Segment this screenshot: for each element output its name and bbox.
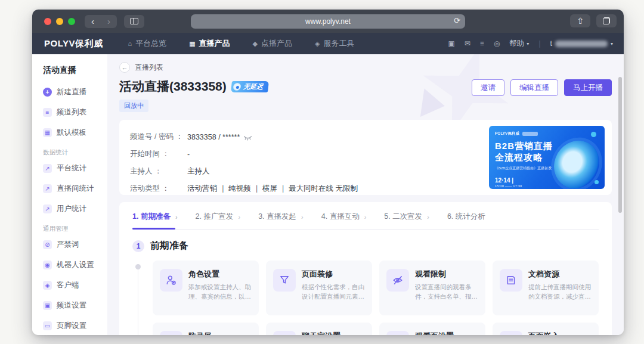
step-tab-preparation[interactable]: 1. 前期准备 ›	[132, 212, 178, 222]
card-title: 防录屏	[188, 331, 212, 335]
chart-icon: ↗	[43, 184, 52, 193]
sidebar-item-client[interactable]: ◈ 客户端	[43, 275, 107, 295]
nav-label: 直播产品	[199, 38, 230, 49]
sidebar-item-robot-settings[interactable]: ◉ 机器人设置	[43, 255, 107, 275]
nav-label: 平台总览	[135, 38, 166, 49]
card-page-decoration[interactable]: 页面装修 根据个性化需求，自由设计配置直播间元素，支持自…	[266, 261, 372, 315]
step-tab-analytics[interactable]: 6. 统计分析	[447, 212, 485, 222]
chart-icon: ↗	[43, 164, 52, 173]
user-name-redacted	[555, 41, 608, 47]
card-title: 观看限制	[415, 269, 478, 280]
step-tab-repromotion[interactable]: 5. 二次宣发 ›	[384, 212, 429, 222]
chevron-right-icon: ›	[364, 213, 367, 221]
nav-label: 点播产品	[261, 38, 292, 49]
step-tab-launch[interactable]: 3. 直播发起 ›	[258, 212, 304, 222]
nav-divider: |	[538, 39, 540, 48]
password-visibility-toggle[interactable]	[243, 135, 252, 141]
scrollbar-thumb[interactable]	[618, 77, 622, 213]
minimize-window-button[interactable]	[56, 18, 63, 25]
channel-info-panel: 频道号 / 密码 ： 3833358 / ****** 开始时间 ： -	[119, 120, 612, 195]
step-tab-promotion[interactable]: 2. 推广宣发 ›	[196, 212, 241, 222]
info-label-channel: 频道号 / 密码 ：	[130, 132, 187, 142]
list-icon: ≡	[43, 108, 52, 117]
service-icon[interactable]: ◎	[494, 39, 500, 48]
browser-sidebar-button[interactable]	[124, 15, 144, 28]
cloud-icon: ◆	[253, 40, 258, 48]
polyv-logo[interactable]: POLYV保利威	[44, 38, 103, 49]
card-role-settings[interactable]: 角色设置 添加或设置主持人、助理、嘉宾的信息，以及新增助…	[153, 261, 259, 315]
card-document-resources[interactable]: 文档资源 提前上传直播期间使用的文档资源，减少直播中的失…	[493, 261, 599, 315]
main-content: ← 直播列表 活动直播(3833358) 无延迟 邀请 编辑直播 马上开播 回放…	[107, 54, 624, 335]
sidebar-item-new-live[interactable]: + 新建直播	[43, 82, 107, 102]
orders-icon[interactable]: ≡	[480, 39, 484, 48]
back-button[interactable]: ←	[119, 62, 130, 73]
client-icon: ◈	[43, 281, 52, 290]
sidebar-item-channel-list[interactable]: ≡ 频道列表	[43, 102, 107, 122]
step-label: 3. 直播发起	[258, 212, 296, 222]
step-tab-interaction[interactable]: 4. 直播互动 ›	[321, 212, 367, 222]
nav-vod-products[interactable]: ◆ 点播产品	[253, 38, 292, 49]
inbox-icon[interactable]: ▣	[448, 39, 454, 48]
step-label: 2. 推广宣发	[196, 212, 234, 222]
card-anti-screen-record[interactable]: ▭ 防录屏	[153, 323, 259, 335]
close-window-button[interactable]	[44, 18, 51, 25]
paint-funnel-icon	[273, 269, 296, 292]
footer-icon: ▭	[43, 321, 52, 330]
card-chatroom-settings[interactable]: ▭ 聊天室设置	[266, 323, 372, 335]
card-description: 设置直播间的观看条件，支持白名单、报名观看、验…	[415, 283, 478, 302]
invite-button[interactable]: 邀请	[472, 79, 504, 96]
browser-back-button[interactable]: ‹	[85, 15, 101, 28]
sidebar-item-label: 直播间统计	[57, 184, 94, 194]
breadcrumb[interactable]: 直播列表	[135, 63, 163, 73]
sidebar-item-user-stats[interactable]: ↗ 用户统计	[43, 199, 107, 219]
activity-type-value: 活动营销 ｜ 纯视频 ｜ 横屏 ｜ 最大同时在线 无限制	[187, 184, 358, 194]
timeline-dot	[135, 264, 141, 269]
sidebar-item-platform-stats[interactable]: ↗ 平台统计	[43, 158, 107, 178]
person-gear-icon	[160, 269, 182, 292]
start-live-button[interactable]: 马上开播	[564, 79, 612, 96]
browser-forward-button[interactable]: ›	[101, 15, 117, 28]
nav-platform-overview[interactable]: ⌂ 平台总览	[128, 38, 166, 49]
nav-live-products[interactable]: ▦ 直播产品	[189, 38, 230, 49]
card-description: 添加或设置主持人、助理、嘉宾的信息，以及新增助…	[188, 283, 252, 302]
sidebar-item-banned-words[interactable]: ⊘ 严禁词	[43, 234, 107, 255]
sidebar-item-room-stats[interactable]: ↗ 直播间统计	[43, 178, 107, 199]
chevron-right-icon: ›	[301, 213, 304, 221]
card-page-embed[interactable]: ▭ 页面嵌入	[493, 323, 599, 335]
step-label: 1. 前期准备	[132, 212, 171, 222]
sidebar-item-label: 客户端	[57, 280, 79, 290]
user-account-menu[interactable]: t ▾	[550, 39, 614, 48]
sidebar-item-footer-settings[interactable]: ▭ 页脚设置	[43, 315, 107, 335]
channel-id-password-value: 3833358 / ******	[187, 133, 240, 141]
share-button[interactable]: ⇧	[570, 14, 590, 27]
chevron-down-icon: ▾	[527, 41, 529, 47]
nav-service-tools[interactable]: ◈ 服务工具	[315, 38, 354, 49]
user-name-prefix: t	[550, 39, 552, 48]
tabs-icon	[603, 17, 610, 24]
card-title: 文档资源	[528, 269, 592, 280]
promo-banner[interactable]: POLYV保利威 B2B营销直播 全流程攻略 《B2B企业直播营销指南》直播首发…	[489, 126, 605, 189]
card-watch-page-settings[interactable]: ▭ 观看页设置	[379, 323, 485, 335]
address-bar[interactable]: www.polyv.net ⟳	[191, 14, 465, 29]
document-icon	[500, 269, 522, 292]
page-title: 活动直播(3833358)	[119, 78, 227, 95]
card-description: 提前上传直播期间使用的文档资源，减少直播中的失…	[528, 283, 592, 302]
sidebar-item-label: 用户统计	[57, 204, 86, 214]
sidebar-item-label: 频道设置	[57, 300, 86, 311]
card-viewing-restrictions[interactable]: 观看限制 设置直播间的观看条件，支持白名单、报名观看、验…	[379, 261, 485, 315]
edit-live-button[interactable]: 编辑直播	[510, 79, 558, 96]
refresh-icon[interactable]: ⟳	[454, 16, 460, 25]
url-text: www.polyv.net	[305, 17, 351, 26]
section-title: 前期准备	[150, 240, 188, 252]
zoom-window-button[interactable]	[68, 18, 75, 25]
chevron-right-icon: ›	[427, 213, 429, 221]
sidebar-item-default-template[interactable]: ▦ 默认模板	[43, 122, 107, 142]
rocket-icon	[233, 82, 241, 90]
sidebar-item-label: 严禁词	[57, 240, 79, 250]
help-menu[interactable]: 帮助 ▾	[509, 39, 529, 49]
tabs-overview-button[interactable]	[596, 14, 617, 27]
info-label-host: 主持人 ：	[130, 166, 187, 176]
nav-label: 服务工具	[323, 38, 354, 49]
mail-icon[interactable]: ✉	[465, 39, 470, 48]
sidebar-item-channel-settings[interactable]: ▣ 频道设置	[43, 295, 107, 315]
